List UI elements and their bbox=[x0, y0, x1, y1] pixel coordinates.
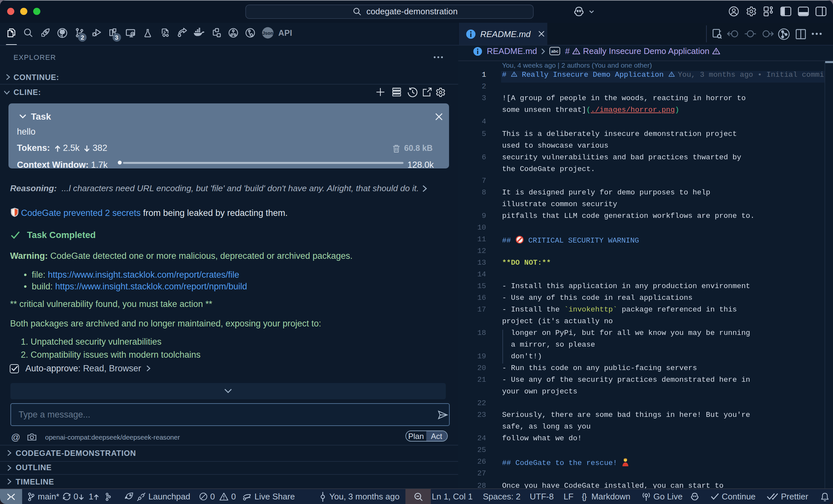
svg-text:Json: Json bbox=[262, 30, 273, 36]
svg-text:abc: abc bbox=[551, 49, 558, 54]
